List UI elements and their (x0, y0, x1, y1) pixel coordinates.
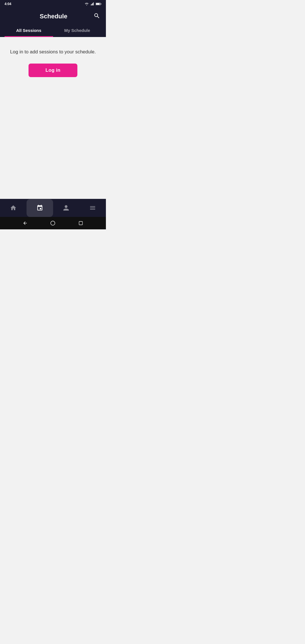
nav-item-profile[interactable] (53, 199, 80, 217)
back-button[interactable] (22, 220, 28, 226)
svg-rect-2 (92, 3, 93, 5)
wifi-icon (84, 2, 89, 6)
signal-icon (90, 2, 94, 6)
nav-item-schedule[interactable] (27, 199, 53, 217)
home-circle-button[interactable] (50, 220, 56, 226)
nav-item-menu[interactable] (79, 199, 106, 217)
status-bar: 4:04 (0, 0, 106, 8)
status-icons (84, 2, 101, 6)
login-prompt-text: Log in to add sessions to your schedule. (10, 48, 96, 56)
svg-point-7 (51, 221, 55, 225)
svg-rect-0 (91, 5, 91, 5)
menu-icon (89, 204, 96, 211)
app-header: Schedule All Sessions My Schedule (0, 8, 106, 37)
system-nav-bar (0, 217, 106, 229)
profile-icon (63, 204, 69, 211)
bottom-nav (0, 199, 106, 217)
home-icon (10, 204, 17, 211)
svg-rect-6 (96, 3, 100, 5)
status-time: 4:04 (5, 2, 11, 6)
page-title: Schedule (15, 13, 92, 20)
recent-icon (79, 221, 83, 225)
tab-all-sessions[interactable]: All Sessions (5, 25, 53, 37)
calendar-icon (36, 204, 43, 211)
tab-my-schedule[interactable]: My Schedule (53, 25, 102, 37)
main-content: Log in to add sessions to your schedule.… (0, 37, 106, 199)
svg-rect-1 (91, 4, 92, 6)
battery-icon (96, 2, 101, 6)
recent-button[interactable] (78, 220, 84, 226)
home-circle-icon (50, 221, 55, 226)
svg-rect-3 (93, 3, 94, 6)
nav-item-home[interactable] (0, 199, 27, 217)
svg-rect-8 (79, 221, 82, 225)
login-button[interactable]: Log in (29, 64, 77, 77)
svg-rect-5 (101, 4, 101, 5)
search-icon (93, 12, 100, 19)
back-icon (23, 221, 28, 226)
tab-bar: All Sessions My Schedule (5, 25, 101, 37)
search-button[interactable] (92, 11, 101, 21)
